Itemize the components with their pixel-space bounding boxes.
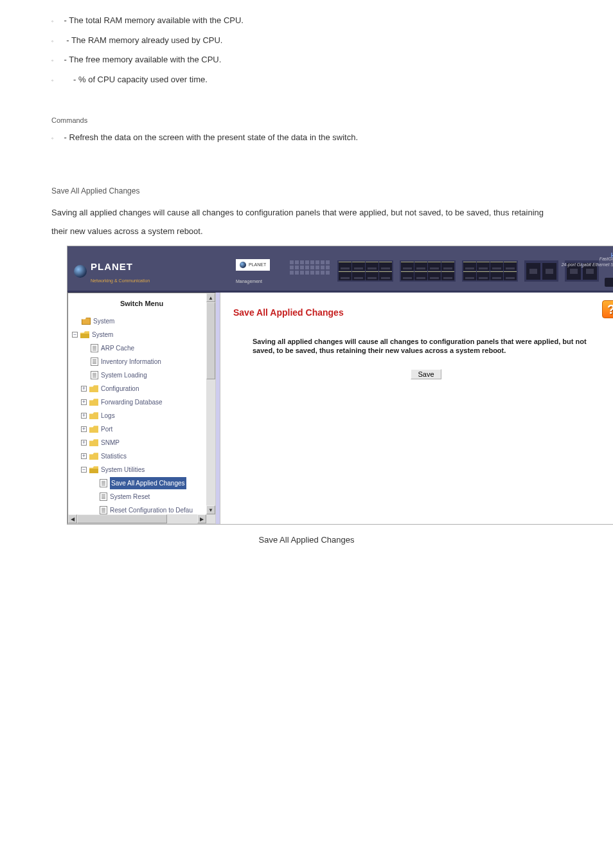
folder-icon <box>89 426 98 433</box>
folder-icon <box>89 412 98 419</box>
tree-label: System Reset <box>110 491 150 503</box>
panel-description: Saving all applied changes will cause al… <box>253 337 606 356</box>
folder-open-icon <box>89 466 98 473</box>
save-button[interactable]: Save <box>411 369 441 379</box>
tree-label: System <box>92 329 113 341</box>
sidebar: Switch Menu System − System ARP Cache <box>67 293 220 524</box>
port-cluster[interactable] <box>337 260 393 282</box>
app-body: Switch Menu System − System ARP Cache <box>67 293 613 524</box>
page-icon <box>91 371 98 379</box>
bullet-marker: ◦ <box>51 55 62 66</box>
tree-label: Port <box>101 423 112 435</box>
bullet-marker: ◦ <box>51 133 62 144</box>
tree-label: Forwarding Database <box>101 396 163 408</box>
expand-icon[interactable]: + <box>81 399 87 405</box>
tree-label: System <box>93 315 114 327</box>
page-icon <box>100 506 107 514</box>
bullet-text: - % of CPU capacity used over time. <box>62 72 208 88</box>
horizontal-scrollbar[interactable]: ◀ ▶ <box>68 514 206 523</box>
tree-arp-cache[interactable]: ARP Cache <box>72 341 215 355</box>
tree-system[interactable]: − System <box>72 328 215 341</box>
tree-root-system[interactable]: System <box>72 314 215 328</box>
save-row: Save <box>233 368 613 381</box>
scroll-corner <box>206 514 215 523</box>
page-icon <box>100 479 107 487</box>
expand-icon[interactable]: + <box>81 386 87 392</box>
tree-label: System Utilities <box>101 464 145 476</box>
page-icon <box>91 357 98 366</box>
sidebar-tree-panel: Switch Menu System − System ARP Cache <box>67 293 216 524</box>
tree-configuration[interactable]: + Configuration <box>72 382 215 395</box>
brand-logo: PLANET Networking & Communication <box>74 258 150 285</box>
switch-model-label: FastGigate I 24-port Gigabit Ethernet Sw… <box>562 257 613 267</box>
port-cluster[interactable] <box>400 260 456 282</box>
logo-subtitle: Networking & Communication <box>91 276 150 285</box>
tree-snmp[interactable]: + SNMP <box>72 436 215 449</box>
tree-forwarding-db[interactable]: + Forwarding Database <box>72 395 215 409</box>
collapse-icon[interactable]: − <box>72 332 78 338</box>
globe-icon <box>74 265 87 278</box>
logo-text: PLANET <box>91 258 150 276</box>
port-cluster[interactable] <box>462 260 518 282</box>
expand-icon[interactable]: + <box>81 426 87 432</box>
tree-system-loading[interactable]: System Loading <box>72 368 215 382</box>
tree-logs[interactable]: + Logs <box>72 409 215 422</box>
switch-series: FastGigate I <box>562 257 613 262</box>
scroll-down-icon[interactable]: ▼ <box>206 505 215 514</box>
device-brand-text: PLANET <box>249 260 266 269</box>
menu-title: Switch Menu <box>68 293 215 314</box>
commands-section: Commands ◦ - Refresh the data on the scr… <box>51 114 562 146</box>
tree-inventory[interactable]: Inventory Information <box>72 355 215 368</box>
tree-system-reset[interactable]: System Reset <box>72 490 215 503</box>
expand-icon[interactable]: + <box>81 440 87 446</box>
tree-system-utilities[interactable]: − System Utilities <box>72 463 215 476</box>
scroll-left-icon[interactable]: ◀ <box>68 514 77 523</box>
page-icon <box>91 344 98 352</box>
tree-label: Save All Applied Changes <box>110 477 186 489</box>
device-management-label: Management <box>236 277 262 285</box>
folder-icon <box>89 385 98 392</box>
panel-title: Save All Applied Changes <box>233 304 613 321</box>
switch-model: 24-port Gigabit Ethernet Switch <box>562 262 613 267</box>
bullet-free-memory: ◦ - The free memory available with the C… <box>51 52 562 68</box>
scroll-up-icon[interactable]: ▲ <box>206 293 215 302</box>
bullet-refresh: ◦ - Refresh the data on the screen with … <box>51 130 562 146</box>
section-heading: Save All Applied Changes <box>51 184 562 199</box>
folder-icon <box>89 439 98 446</box>
tree-label: Inventory Information <box>101 356 161 368</box>
tree-save-all-applied[interactable]: Save All Applied Changes <box>72 476 215 490</box>
bullet-total-ram: ◦ - The total RAM memory available with … <box>51 13 562 29</box>
tree-port[interactable]: + Port <box>72 422 215 436</box>
app-screenshot: Help PLANET Networking & Communication P… <box>67 246 613 525</box>
memory-bullet-list: ◦ - The total RAM memory available with … <box>51 13 562 88</box>
tree-statistics[interactable]: + Statistics <box>72 449 215 463</box>
scroll-right-icon[interactable]: ▶ <box>197 514 206 523</box>
help-icon[interactable]: ? <box>602 300 613 318</box>
tree-label: Statistics <box>101 450 127 462</box>
folder-icon <box>82 318 91 325</box>
expand-icon[interactable]: + <box>81 413 87 419</box>
bullet-marker: ◦ <box>51 16 62 27</box>
expand-icon[interactable]: + <box>81 453 87 459</box>
device-header: Help PLANET Networking & Communication P… <box>67 246 613 293</box>
gbic-cluster[interactable] <box>524 260 558 282</box>
switch-port-graphic <box>337 260 599 282</box>
vertical-scrollbar[interactable]: ▲ ▼ <box>206 293 215 514</box>
scroll-thumb[interactable] <box>77 514 167 523</box>
bullet-marker: ◦ <box>51 75 62 86</box>
tree-label: Configuration <box>101 383 139 395</box>
bullet-cpu-capacity: ◦ - % of CPU capacity used over time. <box>51 72 562 88</box>
globe-icon <box>240 262 246 268</box>
collapse-icon[interactable]: − <box>81 467 87 473</box>
main-panel: ? Save All Applied Changes Saving all ap… <box>220 293 613 524</box>
scroll-thumb[interactable] <box>206 302 215 379</box>
device-brand-label: PLANET <box>236 259 270 270</box>
reset-port-icon <box>605 278 613 287</box>
bullet-text: - The free memory available with the CPU… <box>62 52 221 68</box>
folder-icon <box>89 453 98 460</box>
bullet-marker: ◦ <box>51 36 62 47</box>
section-description: Saving all applied changes will cause al… <box>51 204 562 240</box>
page-icon <box>100 493 107 501</box>
tree-label: Logs <box>101 410 115 422</box>
tree-label: System Loading <box>101 369 147 381</box>
